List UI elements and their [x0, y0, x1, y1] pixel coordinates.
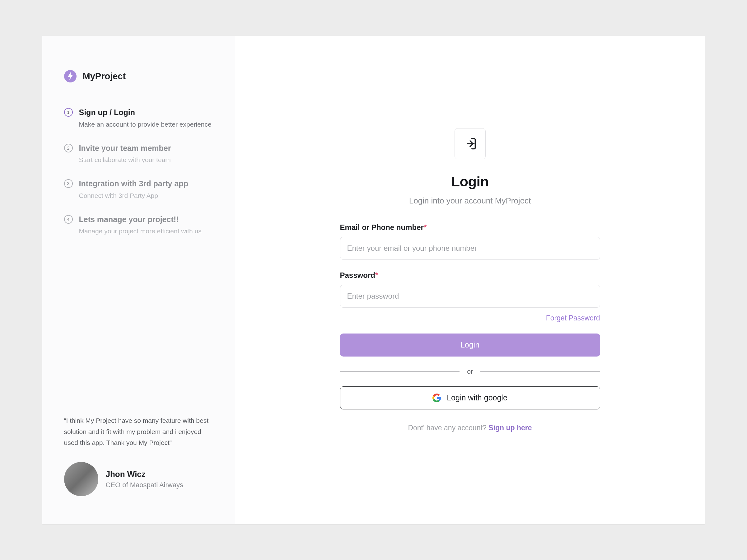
testimonial-author: Jhon Wicz CEO of Maospati Airways [64, 462, 213, 496]
email-input[interactable] [340, 237, 600, 260]
avatar [64, 462, 98, 496]
password-label: Password* [340, 271, 600, 280]
divider: or [340, 368, 600, 375]
signup-link[interactable]: Sign up here [488, 424, 532, 432]
login-form: Login Login into your account MyProject … [340, 128, 600, 432]
step-invite-team[interactable]: 2 Invite your team member Start collabor… [64, 143, 213, 164]
divider-line [480, 371, 600, 372]
login-icon [455, 128, 486, 159]
login-button[interactable]: Login [340, 333, 600, 357]
password-field-group: Password* [340, 271, 600, 308]
step-subtitle: Make an account to provide better experi… [79, 121, 211, 128]
steps-list: 1 Sign up / Login Make an account to pro… [64, 107, 213, 235]
login-with-google-button[interactable]: Login with google [340, 386, 600, 409]
step-signup-login[interactable]: 1 Sign up / Login Make an account to pro… [64, 107, 213, 128]
sidebar: MyProject 1 Sign up / Login Make an acco… [42, 36, 235, 524]
step-integration[interactable]: 3 Integration with 3rd party app Connect… [64, 179, 213, 199]
step-number: 1 [64, 108, 73, 117]
app-window: MyProject 1 Sign up / Login Make an acco… [42, 36, 705, 524]
step-title: Integration with 3rd party app [79, 179, 188, 189]
step-subtitle: Connect with 3rd Party App [79, 192, 188, 199]
forgot-password-row: Forget Password [340, 314, 600, 322]
password-input[interactable] [340, 285, 600, 308]
step-title: Lets manage your project!! [79, 214, 202, 225]
step-number: 4 [64, 215, 73, 224]
step-title: Sign up / Login [79, 107, 211, 118]
brand-name: MyProject [83, 71, 126, 81]
google-icon [433, 393, 441, 402]
signup-prompt: Dont' have any account? Sign up here [408, 424, 532, 432]
divider-line [340, 371, 460, 372]
email-field-group: Email or Phone number* [340, 223, 600, 260]
main-content: Login Login into your account MyProject … [235, 36, 705, 524]
page-subtitle: Login into your account MyProject [409, 196, 531, 206]
google-button-label: Login with google [447, 393, 508, 402]
step-title: Invite your team member [79, 143, 171, 153]
divider-label: or [467, 368, 473, 375]
author-role: CEO of Maospati Airways [106, 481, 183, 489]
page-title: Login [452, 174, 489, 190]
step-subtitle: Manage your project more efficient with … [79, 227, 202, 235]
step-number: 3 [64, 179, 73, 188]
step-subtitle: Start collaborate with your team [79, 156, 171, 164]
email-label: Email or Phone number* [340, 223, 600, 232]
step-number: 2 [64, 144, 73, 152]
forgot-password-link[interactable]: Forget Password [546, 314, 600, 322]
step-manage-project[interactable]: 4 Lets manage your project!! Manage your… [64, 214, 213, 235]
brand: MyProject [64, 70, 213, 82]
testimonial-quote: “I think My Project have so many feature… [64, 415, 213, 448]
bolt-icon [64, 70, 77, 82]
author-name: Jhon Wicz [106, 469, 183, 479]
